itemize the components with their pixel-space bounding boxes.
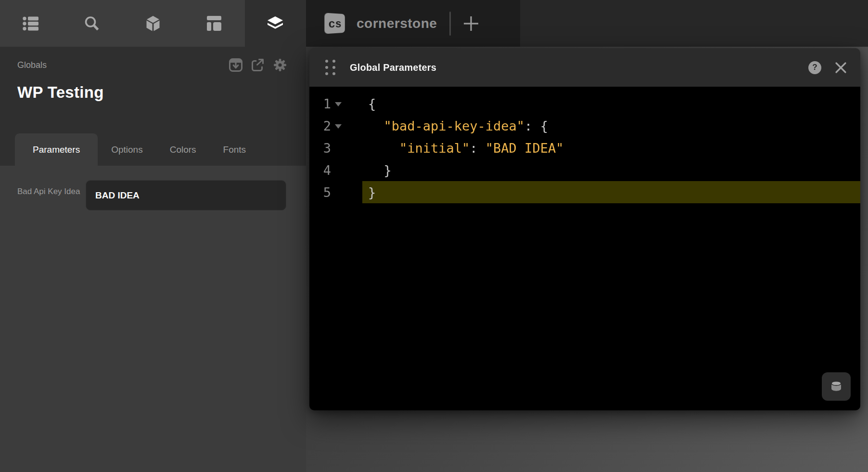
panel-title: Global Parameters: [350, 62, 436, 73]
toolbar-item-layout[interactable]: [184, 0, 245, 47]
code-token: }: [368, 185, 376, 200]
sidebar-tabs: Parameters Options Colors Fonts: [15, 133, 259, 166]
fold-arrow-icon[interactable]: [335, 124, 342, 132]
help-button[interactable]: ?: [808, 61, 821, 74]
globals-sidebar: Globals: [0, 47, 306, 472]
parameters-tab-content: Bad Api Key Idea: [0, 166, 306, 472]
line-number: 3: [309, 141, 331, 156]
code-token: "initial": [368, 141, 470, 156]
save-icon: [229, 58, 243, 72]
app-root: cs cornerstone Globals: [0, 0, 868, 472]
outline-list-icon: [23, 16, 39, 31]
line-number: 1: [309, 96, 331, 111]
breadcrumb: Globals: [17, 60, 47, 70]
sidebar-header: Globals: [0, 47, 306, 72]
code-line-1: 1 {: [309, 92, 860, 115]
brand-name: cornerstone: [357, 16, 437, 31]
help-icon: ?: [812, 63, 817, 72]
close-icon: [834, 61, 847, 74]
panel-header: Global Parameters ?: [309, 48, 860, 87]
toolbar-item-search[interactable]: [61, 0, 122, 47]
parameter-label: Bad Api Key Idea: [17, 180, 86, 210]
code-line-3: 3 "initial": "BAD IDEA": [309, 137, 860, 159]
layers-icon: [267, 16, 283, 30]
tab-divider: [449, 12, 451, 36]
global-parameters-panel: Global Parameters ? 1: [309, 48, 860, 410]
line-number: 2: [309, 118, 331, 133]
code-token: :: [524, 118, 540, 133]
code-token: "bad-api-key-idea": [368, 118, 524, 133]
main-stage: Global Parameters ? 1: [306, 47, 868, 472]
export-icon: [251, 58, 265, 72]
database-icon: [830, 380, 843, 393]
toolbar-item-elements[interactable]: [122, 0, 183, 47]
page-title: WP Testing: [0, 83, 306, 102]
new-tab-button[interactable]: [462, 15, 480, 32]
layout-icon: [206, 16, 222, 31]
code-token: :: [470, 141, 485, 156]
code-line-4: 4 }: [309, 159, 860, 181]
plus-icon: [462, 15, 480, 32]
close-button[interactable]: [834, 61, 847, 74]
parameter-value-input[interactable]: [86, 180, 286, 210]
code-token: }: [368, 163, 392, 178]
tab-options[interactable]: Options: [98, 133, 156, 166]
settings-button[interactable]: [273, 58, 287, 72]
line-number: 5: [309, 185, 331, 200]
toolbar-item-globals[interactable]: [245, 0, 306, 47]
code-line-5-active: 5 }: [309, 181, 860, 203]
main-toolbar: [0, 0, 306, 47]
fold-arrow-icon[interactable]: [335, 102, 342, 110]
cornerstone-logo-icon: cs: [324, 13, 345, 34]
browser-tab-cornerstone[interactable]: cs cornerstone: [306, 0, 520, 47]
settings-gear-icon: [273, 58, 287, 72]
logo-text: cs: [329, 16, 342, 30]
drag-handle-icon[interactable]: [323, 58, 337, 77]
tab-fonts[interactable]: Fonts: [210, 133, 260, 166]
cube-icon: [145, 15, 161, 32]
top-bar-empty-area: [520, 0, 868, 47]
toolbar-item-outline[interactable]: [0, 0, 61, 47]
code-token: {: [368, 96, 376, 111]
parameter-field-row: Bad Api Key Idea: [0, 166, 306, 210]
code-line-2: 2 "bad-api-key-idea": {: [309, 115, 860, 137]
code-token: {: [540, 118, 548, 133]
tab-parameters[interactable]: Parameters: [15, 133, 98, 166]
code-token: "BAD IDEA": [485, 141, 564, 156]
sidebar-actions: [229, 58, 287, 72]
tab-colors[interactable]: Colors: [156, 133, 210, 166]
save-button[interactable]: [229, 58, 243, 72]
line-number: 4: [309, 163, 331, 178]
export-button[interactable]: [251, 58, 265, 72]
search-icon: [84, 15, 100, 31]
database-button[interactable]: [822, 372, 851, 401]
json-code-editor[interactable]: 1 { 2 "bad-api-key-idea": { 3: [309, 87, 860, 410]
top-bar: cs cornerstone: [0, 0, 868, 47]
